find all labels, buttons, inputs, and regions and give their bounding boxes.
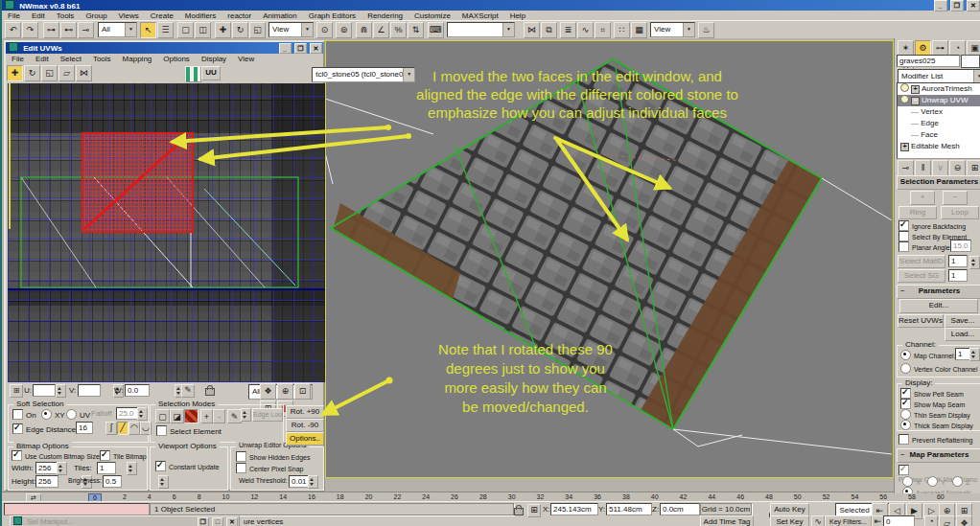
u-field[interactable] xyxy=(33,384,56,397)
chevron-down-icon[interactable]: ▼ xyxy=(683,23,694,36)
pin-stack-button[interactable]: ⊸ xyxy=(898,160,914,176)
pencil-icon[interactable]: ✎ xyxy=(181,384,195,398)
percent-snap-button[interactable]: % xyxy=(390,22,407,38)
tiles-field[interactable]: 1 xyxy=(97,462,116,474)
transform-typein-toggle[interactable]: ⊞ xyxy=(527,504,541,517)
uv-zoom-region-button[interactable]: ⊡ xyxy=(294,383,311,400)
uv-menu-item[interactable]: Mapping xyxy=(117,54,158,64)
texture-dropdown[interactable]: tcl0_stone05 (tcl0_stone05.tg▼ xyxy=(312,67,415,82)
uv-menu-item[interactable]: Edit xyxy=(30,54,55,64)
quick-render-button[interactable]: ♨ xyxy=(698,22,714,38)
uv-zoom-button[interactable]: ⊕ xyxy=(277,383,293,400)
render-setup-button[interactable]: ▦ xyxy=(631,22,647,38)
center-pixel-snap-checkbox[interactable] xyxy=(236,463,246,473)
chevron-down-icon[interactable]: ▼ xyxy=(301,23,313,36)
visibility-bulb-icon[interactable] xyxy=(900,95,909,103)
grow-selection-button[interactable]: + xyxy=(200,409,213,423)
uv-maximize-button[interactable]: ❐ xyxy=(294,43,307,54)
rect-region-button[interactable]: ▢ xyxy=(177,22,194,38)
edge-mode-button[interactable]: ◪ xyxy=(170,409,184,423)
stack-item-unwrap-uvw[interactable]: −Unwrap UVW xyxy=(898,95,980,106)
parameters-rollout[interactable]: Parameters xyxy=(897,285,980,299)
shrink-selection-button[interactable]: - xyxy=(213,409,225,423)
uv-scale-button[interactable]: ◱ xyxy=(41,65,58,81)
sg-field[interactable]: 1 xyxy=(948,269,968,282)
schematic-view-button[interactable]: ⌗ xyxy=(595,22,611,38)
show-map-seam-checkbox[interactable] xyxy=(900,399,911,409)
save-uvws-button[interactable]: Save... xyxy=(945,314,980,328)
face-mode-button[interactable] xyxy=(184,409,198,423)
rotate-button[interactable]: ↻ xyxy=(232,22,248,38)
chevron-down-icon[interactable]: ▼ xyxy=(973,70,980,83)
v-field[interactable] xyxy=(78,384,101,397)
vertex-mode-button[interactable]: ▢ xyxy=(155,409,170,423)
maxscript-listener-field[interactable] xyxy=(4,503,150,515)
uv-minimize-button[interactable]: _ xyxy=(279,43,292,54)
move-button[interactable]: ✚ xyxy=(215,22,231,38)
vertex-color-radio[interactable] xyxy=(900,363,911,374)
undo-button[interactable]: ↶ xyxy=(5,22,21,38)
show-hidden-edges-checkbox[interactable] xyxy=(236,451,246,462)
spinner-snap-button[interactable]: ⇅ xyxy=(408,22,424,38)
frame-number-field[interactable]: 0 xyxy=(883,515,915,526)
curve-editor-button[interactable]: ∿ xyxy=(577,22,594,38)
time-config-button[interactable]: ◔ xyxy=(924,515,938,526)
reference-coord-dropdown[interactable]: View▼ xyxy=(268,22,314,37)
options-button[interactable]: Options.. xyxy=(286,432,324,446)
use-custom-bitmap-checkbox[interactable] xyxy=(12,450,22,461)
y-coord-field[interactable]: 511.48cm xyxy=(606,503,652,515)
object-name-field[interactable]: graves025 xyxy=(897,55,960,67)
auto-key-button[interactable]: Auto Key xyxy=(770,503,809,516)
perspective-viewport[interactable] xyxy=(325,40,894,478)
expand-icon[interactable]: + xyxy=(911,85,920,94)
title-bar[interactable]: NWmax v0.8 b61 _ ❐ ✕ xyxy=(2,0,980,11)
falloff-linear-curve-button[interactable]: ╱ xyxy=(117,422,128,435)
scale-button[interactable]: ◱ xyxy=(249,22,266,38)
prevent-reflattening-checkbox[interactable] xyxy=(898,434,909,445)
visibility-bulb-icon[interactable] xyxy=(900,83,909,92)
collapse-icon[interactable]: − xyxy=(911,97,920,105)
width-spinner[interactable] xyxy=(57,462,67,475)
edge-loop-button[interactable]: Edge Loop xyxy=(252,408,283,422)
fov-button[interactable]: ▱ xyxy=(939,515,955,526)
planar-angle-field[interactable]: 15.0 xyxy=(950,240,971,252)
z-coord-field[interactable]: 0.0cm xyxy=(660,503,700,515)
stack-subobject-vertex[interactable]: Vertex xyxy=(898,106,980,118)
unlink-button[interactable]: ⊷ xyxy=(60,22,77,38)
select-by-element-checkbox[interactable] xyxy=(898,231,909,241)
uu-button[interactable]: UU xyxy=(201,66,221,80)
weld-threshold-spinner[interactable] xyxy=(308,475,318,489)
chevron-down-icon[interactable]: ▼ xyxy=(502,23,514,36)
soft-on-checkbox[interactable] xyxy=(12,409,23,420)
y-axis-radio[interactable] xyxy=(927,476,938,487)
crossing-button[interactable]: ◫ xyxy=(195,22,211,38)
redo-button[interactable]: ↷ xyxy=(22,22,38,38)
width-field[interactable]: 256 xyxy=(35,462,58,474)
rotate-plus-90-button[interactable]: Rot. +90 xyxy=(286,405,324,419)
show-map-toggle[interactable] xyxy=(185,66,201,82)
select-object-button[interactable]: ↖ xyxy=(140,22,156,38)
x-coord-field[interactable]: 245.143cm xyxy=(550,503,598,515)
falloff-spinner[interactable] xyxy=(137,407,148,421)
uv-freeform-button[interactable]: ▱ xyxy=(58,65,75,81)
selection-lock-icon[interactable] xyxy=(514,508,524,515)
contract-selection-button[interactable]: − xyxy=(943,191,968,205)
snap-toggle-button[interactable]: ⋒ xyxy=(356,22,372,38)
stack-item-editable-mesh[interactable]: +Editable Mesh xyxy=(898,141,980,152)
show-end-result-button[interactable]: ‖ xyxy=(915,160,931,176)
pan-button[interactable]: ❖ xyxy=(956,515,972,526)
map-channel-field[interactable]: 1 xyxy=(955,348,970,360)
angle-snap-button[interactable]: ∠ xyxy=(373,22,389,38)
brightness-field[interactable]: 0.5 xyxy=(103,475,122,488)
edge-distance-field[interactable]: 16 xyxy=(76,422,93,434)
maximize-icon[interactable]: □ xyxy=(212,517,223,526)
uv-menu-item[interactable]: Select xyxy=(55,54,87,64)
select-element-checkbox[interactable] xyxy=(156,425,167,436)
close-icon[interactable]: ✕ xyxy=(226,517,238,526)
stack-subobject-face[interactable]: Face xyxy=(898,129,980,141)
chevron-down-icon[interactable]: ▼ xyxy=(403,68,414,81)
uv-rotate-button[interactable]: ↻ xyxy=(24,65,40,81)
use-pivot-button[interactable]: ⊙ xyxy=(316,22,333,38)
ring-button[interactable]: Ring xyxy=(898,206,937,219)
restore-icon[interactable]: ❐ xyxy=(198,517,209,526)
